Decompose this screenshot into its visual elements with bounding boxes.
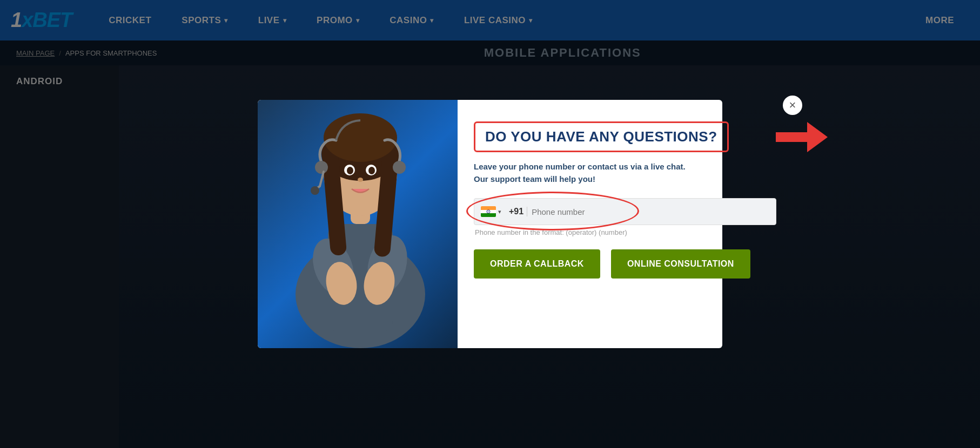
modal-image-side (258, 100, 458, 348)
modal-content-side: × DO YOU HAVE ANY QUESTIONS? Leave your … (458, 100, 798, 348)
button-row: ORDER A CALLBACK ONLINE CONSULTATION (474, 249, 776, 279)
svg-point-19 (393, 161, 406, 174)
phone-input-row: ▾ +91 (474, 198, 776, 225)
order-callback-button[interactable]: ORDER A CALLBACK (474, 249, 600, 279)
online-consultation-button[interactable]: ONLINE CONSULTATION (611, 249, 750, 279)
subtitle: Leave your phone number or contact us vi… (474, 161, 776, 185)
subtitle-line2: Our support team will help you! (474, 173, 776, 186)
question-heading: DO YOU HAVE ANY QUESTIONS? (474, 121, 729, 152)
modal-overlay[interactable]: × DO YOU HAVE ANY QUESTIONS? Leave your … (0, 0, 980, 448)
subtitle-line1: Leave your phone number or contact us vi… (474, 161, 776, 173)
modal-close-button[interactable]: × (783, 96, 802, 115)
red-arrow (776, 122, 828, 152)
svg-point-16 (358, 178, 363, 182)
india-flag (481, 206, 496, 217)
svg-rect-20 (481, 206, 496, 210)
arrow-body (776, 132, 807, 142)
arrow-head (807, 122, 828, 152)
country-selector[interactable]: ▾ (481, 206, 501, 217)
question-box: DO YOU HAVE ANY QUESTIONS? (474, 121, 776, 152)
svg-point-15 (368, 167, 375, 174)
svg-point-17 (315, 161, 328, 174)
phone-prefix: +91 (506, 207, 527, 216)
agent-figure (258, 67, 463, 348)
flag-chevron: ▾ (498, 208, 501, 215)
format-hint: Phone number in the format: (operator) (… (475, 228, 776, 236)
svg-rect-22 (481, 213, 496, 217)
phone-number-input[interactable] (532, 207, 769, 216)
modal-dialog: × DO YOU HAVE ANY QUESTIONS? Leave your … (258, 100, 722, 348)
svg-point-18 (311, 186, 319, 195)
phone-input-wrapper: ▾ +91 Phone number in the format: (opera… (474, 198, 776, 236)
svg-point-14 (347, 167, 353, 174)
svg-point-24 (488, 211, 488, 212)
